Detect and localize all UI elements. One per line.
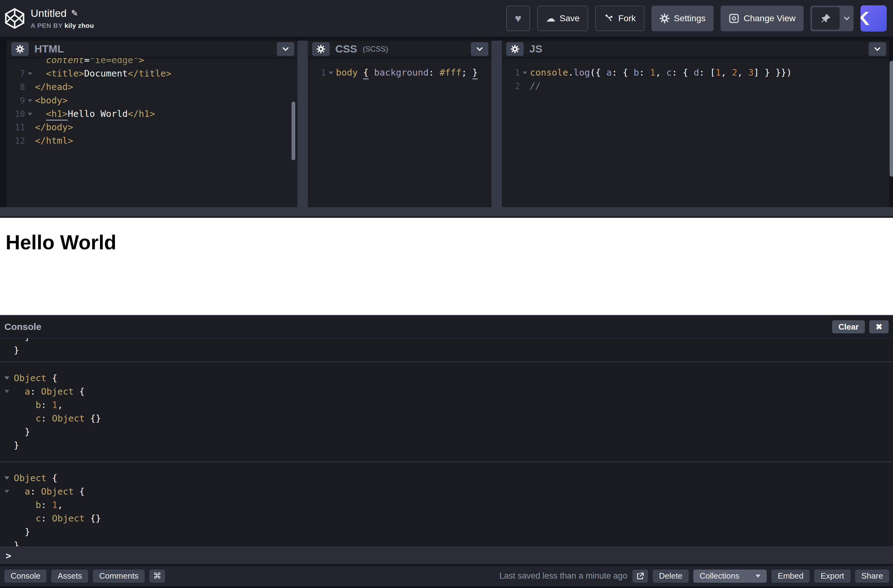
html-panel: HTML content="ie=edge">7 <title>Document… — [7, 41, 298, 207]
fold-arrow-icon[interactable] — [25, 94, 35, 107]
console-close-button[interactable]: ✖ — [869, 320, 888, 333]
open-live-view-button[interactable] — [632, 570, 648, 583]
panel-divider[interactable] — [298, 41, 308, 207]
html-panel-header: HTML — [7, 41, 298, 58]
delete-button[interactable]: Delete — [653, 570, 689, 583]
css-code-editor[interactable]: 1body { background: #fff; } — [308, 58, 492, 207]
log-text: } — [14, 344, 19, 357]
html-settings-button[interactable] — [11, 42, 29, 56]
console-clear-button[interactable]: Clear — [832, 320, 865, 333]
css-settings-button[interactable] — [312, 42, 330, 56]
code-line[interactable]: 11</body> — [7, 120, 298, 134]
console-log-line: Object { — [0, 471, 893, 485]
console-input-row[interactable]: > — [0, 546, 893, 564]
disclosure-arrow-icon[interactable] — [0, 471, 14, 485]
disclosure-arrow-icon[interactable] — [0, 385, 14, 399]
panel-divider[interactable] — [492, 41, 502, 207]
fold-arrow-icon[interactable] — [25, 107, 35, 120]
fold-arrow-icon[interactable] — [520, 66, 530, 79]
console-log-line: Object { — [0, 371, 893, 385]
disclosure-arrow-icon[interactable] — [0, 371, 14, 385]
console-prompt-icon: > — [0, 550, 11, 561]
console-log-line: b: 1, — [0, 399, 893, 412]
code-line[interactable]: 8</head> — [7, 80, 298, 94]
love-button[interactable]: ♥ — [506, 6, 530, 31]
console-log[interactable]: }}Object { a: Object { b: 1, c: Object {… — [0, 338, 893, 546]
code-text: <h1>Hello World</h1> — [35, 107, 155, 120]
chevron-down-icon — [281, 44, 290, 54]
code-line[interactable]: content="ie=edge"> — [7, 58, 298, 67]
code-line[interactable]: 10 <h1>Hello World</h1> — [7, 107, 298, 120]
settings-button[interactable]: Settings — [651, 6, 714, 31]
codepen-logo-icon[interactable] — [5, 8, 25, 29]
code-line[interactable]: 9<body> — [7, 94, 298, 107]
pen-title: Untitled — [31, 7, 66, 20]
footer-assets-button[interactable]: Assets — [51, 570, 88, 583]
disclosure-arrow-icon[interactable] — [0, 485, 14, 498]
code-text: console.log({ a: { b: 1, c: { d: [1, 2, … — [530, 66, 792, 79]
fold-gutter — [25, 58, 35, 67]
footer-comments-button[interactable]: Comments — [93, 570, 145, 583]
css-panel: CSS (SCSS) 1body { background: #fff; } — [308, 41, 492, 207]
fork-button[interactable]: Fork — [595, 6, 645, 31]
js-settings-button[interactable] — [506, 42, 524, 56]
log-text: c: Object {} — [14, 412, 101, 425]
fold-gutter — [25, 120, 35, 134]
line-number: 12 — [7, 134, 25, 147]
line-number: 9 — [7, 94, 25, 107]
export-button[interactable]: Export — [814, 570, 850, 583]
code-line[interactable]: 1console.log({ a: { b: 1, c: { d: [1, 2,… — [502, 66, 889, 79]
fold-arrow-icon[interactable] — [326, 66, 336, 79]
code-line[interactable]: 7 <title>Document</title> — [7, 67, 298, 80]
footer-console-button[interactable]: Console — [5, 570, 47, 583]
code-line[interactable]: 12</html> — [7, 134, 298, 147]
avatar[interactable]: K K — [860, 5, 887, 32]
html-collapse-button[interactable] — [277, 42, 294, 56]
html-scrollbar[interactable] — [292, 102, 295, 160]
fold-arrow-icon[interactable] — [25, 67, 35, 80]
code-line[interactable]: 1body { background: #fff; } — [308, 66, 492, 79]
log-text: b: 1, — [14, 399, 63, 412]
collections-dropdown[interactable]: Collections — [693, 570, 767, 583]
line-number: 2 — [502, 79, 520, 93]
console-log-line: } — [0, 439, 893, 452]
edit-title-pencil-icon[interactable]: ✎ — [71, 8, 78, 18]
line-number: 10 — [7, 107, 25, 120]
js-collapse-button[interactable] — [869, 42, 886, 56]
line-number: 1 — [308, 66, 326, 79]
gear-icon — [660, 14, 670, 23]
pin-split-button[interactable] — [810, 6, 854, 31]
keyboard-shortcuts-button[interactable]: ⌘ — [149, 570, 165, 583]
log-gutter — [0, 399, 14, 412]
code-line[interactable]: 2// — [502, 79, 889, 93]
gear-icon — [317, 45, 325, 53]
embed-button[interactable]: Embed — [771, 570, 810, 583]
pin-dropdown-chevron[interactable] — [840, 14, 854, 23]
change-view-button[interactable]: Change View — [720, 6, 804, 31]
console-log-entry: Object { a: Object { b: 1, c: Object {} … — [0, 462, 893, 546]
js-panel: JS 1console.log({ a: { b: 1, c: { d: [1,… — [502, 41, 889, 207]
author-name[interactable]: kily zhou — [65, 22, 94, 29]
log-text: b: 1, — [14, 498, 63, 512]
console-log-line: } — [0, 538, 893, 546]
editor-row: HTML content="ie=edge">7 <title>Document… — [0, 36, 893, 207]
console-log-line: } — [0, 344, 893, 357]
html-code-editor[interactable]: content="ie=edge">7 <title>Document</tit… — [7, 58, 298, 207]
log-text: } — [14, 538, 19, 546]
js-scrollbar[interactable] — [890, 61, 893, 176]
share-button[interactable]: Share — [855, 570, 889, 583]
external-link-icon — [636, 572, 644, 580]
line-number — [7, 58, 25, 67]
line-number: 8 — [7, 80, 25, 94]
console-log-line: } — [0, 338, 893, 344]
save-button[interactable]: ☁ Save — [537, 6, 588, 31]
code-text: <title>Document</title> — [35, 67, 171, 80]
html-panel-title: HTML — [35, 43, 64, 55]
css-collapse-button[interactable] — [471, 42, 489, 56]
log-text: c: Object {} — [14, 512, 101, 525]
js-code-editor[interactable]: 1console.log({ a: { b: 1, c: { d: [1, 2,… — [502, 58, 889, 207]
editor-preview-resizer[interactable] — [0, 207, 893, 218]
preview-heading: Hello World — [0, 218, 893, 254]
chevron-down-icon — [842, 14, 851, 23]
pin-button[interactable] — [812, 7, 840, 30]
